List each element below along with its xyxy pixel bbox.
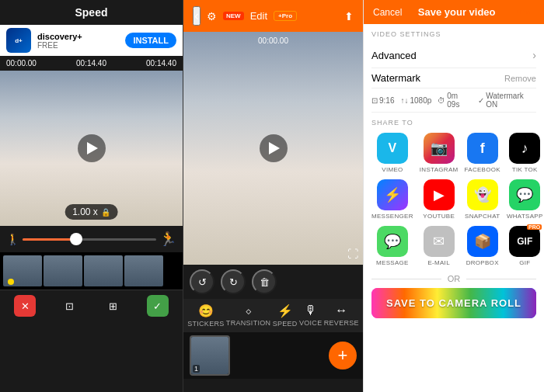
tiktok-icon: ♪ xyxy=(509,133,540,164)
save-to-camera-button[interactable]: SAVE TO CAMERA ROLL xyxy=(371,288,536,318)
share-tiktok[interactable]: ♪ TIK TOK xyxy=(507,133,543,173)
ratio-icon: ⊡ xyxy=(371,96,378,105)
share-youtube[interactable]: ▶ YOUTUBE xyxy=(420,179,459,220)
transition-icon: ⬦ xyxy=(245,304,253,317)
tools-row: 😊 STICKERS ⬦ TRANSITION ⚡ SPEED 🎙 VOICE … xyxy=(183,299,363,332)
message-icon: 💬 xyxy=(377,226,408,257)
fullscreen-button[interactable]: ⛶ xyxy=(347,248,358,260)
save-video-button[interactable]: Save your video xyxy=(408,6,505,18)
reverse-tool[interactable]: ↔ REVERSE xyxy=(324,304,359,328)
mid-video-area: 00:00.00 ⛶ xyxy=(183,32,363,265)
redo-button[interactable]: ↻ xyxy=(221,269,246,294)
share-facebook[interactable]: f FACEBOOK xyxy=(465,133,500,173)
film-frame-2 xyxy=(44,255,82,286)
install-button[interactable]: INSTALL xyxy=(125,33,176,48)
share-snapchat[interactable]: 👻 SNAPCHAT xyxy=(465,179,500,220)
upload-icon: ⬆ xyxy=(344,10,354,23)
mid-play-button[interactable] xyxy=(260,134,288,162)
share-message[interactable]: 💬 MESSAGE xyxy=(371,226,413,266)
timeline-end: 00:14.40 xyxy=(146,59,176,68)
ratio-value: 9:16 xyxy=(379,96,394,105)
email-icon: ✉ xyxy=(424,226,455,257)
undo-button[interactable]: ↺ xyxy=(190,269,214,294)
edit-button[interactable]: Edit xyxy=(250,10,267,22)
stickers-tool[interactable]: 😊 STICKERS xyxy=(187,304,224,328)
speed-slider-thumb[interactable] xyxy=(70,233,82,245)
mid-bottom-actions: ↺ ↻ 🗑 xyxy=(183,265,363,299)
share-whatsapp[interactable]: 💬 WHATSAPP xyxy=(507,179,543,220)
share-instagram[interactable]: 📷 INSTAGRAM xyxy=(420,133,459,173)
speed-badge: 1.00 x 🔒 xyxy=(65,204,118,220)
gif-pro-badge: PRO xyxy=(527,224,542,230)
resize-button[interactable]: ⊡ xyxy=(58,295,80,317)
vimeo-icon: V xyxy=(377,133,408,164)
share-email[interactable]: ✉ E-MAIL xyxy=(420,226,459,266)
instagram-label: INSTAGRAM xyxy=(420,166,459,173)
timeline-bar: 00:00.00 00:14.40 00:14.40 xyxy=(0,56,183,71)
add-clip-button[interactable]: + xyxy=(329,342,357,369)
duration-item: ⏱ 0m 09s xyxy=(438,92,472,109)
mid-panel: ‹ ⚙ NEW Edit +Pro ⬆ 00:00.00 ⛶ ↺ ↻ 🗑 😊 S… xyxy=(183,0,363,392)
play-button-overlay[interactable] xyxy=(78,134,106,162)
ad-bar: d+ discovery+ FREE INSTALL xyxy=(0,25,183,56)
clip-thumbnail-1[interactable]: 1 xyxy=(190,335,230,376)
back-button[interactable]: ‹ xyxy=(193,6,201,26)
voice-tool[interactable]: 🎙 VOICE xyxy=(299,304,323,328)
reverse-label: REVERSE xyxy=(324,319,359,327)
film-frame-4 xyxy=(124,255,163,286)
share-messenger[interactable]: ⚡ MESSENGER xyxy=(371,179,413,220)
ad-subtitle: FREE xyxy=(37,41,119,50)
share-gif[interactable]: GIF PRO GIF xyxy=(507,226,543,266)
duration-value: 0m 09s xyxy=(447,92,472,109)
share-vimeo[interactable]: V VIMEO xyxy=(371,133,413,173)
save-to-camera-label: SAVE TO CAMERA ROLL xyxy=(386,297,521,309)
ratio-item: ⊡ 9:16 xyxy=(371,96,394,105)
youtube-label: YOUTUBE xyxy=(423,213,455,220)
stickers-icon: 😊 xyxy=(198,304,214,318)
delete-button[interactable]: ✕ xyxy=(14,295,36,317)
whatsapp-icon: 💬 xyxy=(509,179,540,210)
share-to-title: SHARE TO xyxy=(371,119,536,127)
whatsapp-label: WHATSAPP xyxy=(507,213,543,220)
trash-button[interactable]: 🗑 xyxy=(252,269,277,294)
crop-button[interactable]: ⊞ xyxy=(103,295,124,317)
advanced-row[interactable]: Advanced › xyxy=(371,43,536,68)
settings-button[interactable]: ⚙ xyxy=(207,10,217,23)
advanced-chevron-icon: › xyxy=(532,49,536,61)
mid-header: ‹ ⚙ NEW Edit +Pro ⬆ xyxy=(183,0,363,32)
speed-tool[interactable]: ⚡ SPEED xyxy=(273,304,298,328)
tiktok-label: TIK TOK xyxy=(512,166,538,173)
resolution-value: 1080p xyxy=(410,96,431,105)
speed-slider-track[interactable] xyxy=(23,238,156,241)
confirm-button[interactable]: ✓ xyxy=(147,295,169,317)
duration-icon: ⏱ xyxy=(438,96,445,105)
filmstrip xyxy=(0,252,183,290)
share-dropbox[interactable]: 📦 DROPBOX xyxy=(465,226,500,266)
transition-tool[interactable]: ⬦ TRANSITION xyxy=(226,304,271,328)
watermark-row: Watermark Remove xyxy=(371,68,536,88)
snapchat-icon: 👻 xyxy=(467,179,498,210)
mid-scene: 00:00.00 ⛶ xyxy=(183,32,363,265)
left-panel: Speed d+ discovery+ FREE INSTALL 00:00.0… xyxy=(0,0,183,392)
dropbox-label: DROPBOX xyxy=(466,259,499,266)
fast-person-icon: 🏃 xyxy=(159,231,176,248)
right-body: VIDEO SETTINGS Advanced › Watermark Remo… xyxy=(364,24,544,392)
transition-label: TRANSITION xyxy=(226,319,271,327)
ad-text-block: discovery+ FREE xyxy=(37,32,119,50)
youtube-icon: ▶ xyxy=(424,179,455,210)
pro-badge: +Pro xyxy=(274,11,297,21)
slow-person-icon: 🚶 xyxy=(6,233,19,245)
remove-watermark-link[interactable]: Remove xyxy=(504,74,536,83)
meta-row: ⊡ 9:16 ↑↓ 1080p ⏱ 0m 09s ✓ Watermark ON xyxy=(371,88,536,113)
watermark-meta-value: Watermark ON xyxy=(486,92,536,109)
left-bottom-toolbar: ✕ ⊡ ⊞ ✓ xyxy=(0,290,183,321)
reverse-icon: ↔ xyxy=(335,304,347,317)
or-divider: OR xyxy=(371,274,536,283)
timeline-mid: 00:14.40 xyxy=(76,59,106,68)
timeline-start: 00:00.00 xyxy=(6,59,37,68)
mid-timestamp: 00:00.00 xyxy=(258,36,288,45)
right-header: Cancel Save your video +Pro xyxy=(364,0,544,24)
cancel-button[interactable]: Cancel xyxy=(373,7,402,18)
or-text: OR xyxy=(448,274,461,283)
vimeo-label: VIMEO xyxy=(382,166,403,173)
